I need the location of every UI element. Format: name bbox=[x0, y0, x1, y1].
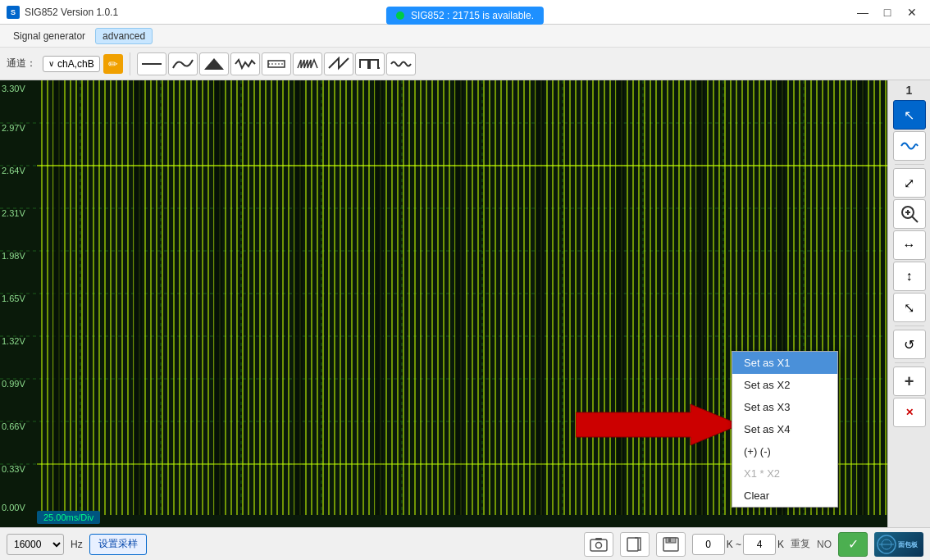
channel-value: chA,chB bbox=[57, 58, 94, 70]
svg-text:1.32V: 1.32V bbox=[2, 336, 25, 346]
waveform-square-dot[interactable] bbox=[262, 52, 291, 75]
status-message: SIG852 : 21715 is available. bbox=[411, 10, 534, 21]
no-label: NO bbox=[817, 539, 832, 550]
k-input-right[interactable] bbox=[743, 534, 776, 555]
confirm-button[interactable]: ✓ bbox=[838, 532, 868, 557]
k-input-left[interactable] bbox=[692, 534, 725, 555]
svg-point-47 bbox=[595, 542, 601, 548]
svg-rect-46 bbox=[590, 540, 607, 551]
page-number: 1 bbox=[906, 84, 913, 97]
svg-text:0.33V: 0.33V bbox=[2, 464, 25, 474]
k-label: K ~ bbox=[727, 539, 741, 550]
branding: 面包板 bbox=[874, 532, 923, 557]
title-bar: S SIG852 Version 1.0.1 SIG852 : 21715 is… bbox=[0, 0, 930, 25]
svg-text:3.30V: 3.30V bbox=[2, 84, 25, 93]
waveform-complex[interactable] bbox=[293, 52, 322, 75]
svg-line-43 bbox=[912, 216, 918, 222]
svg-marker-0 bbox=[204, 58, 224, 70]
rt-separator-2 bbox=[895, 326, 924, 326]
main-area: 3.30V 2.97V 2.64V 2.31V 1.98V 1.65V 1.32… bbox=[0, 80, 930, 527]
hz-label: Hz bbox=[71, 539, 83, 550]
status-dot bbox=[396, 11, 404, 20]
maximize-button[interactable]: □ bbox=[876, 4, 899, 20]
svg-text:2.31V: 2.31V bbox=[2, 208, 25, 218]
waveform-buttons bbox=[137, 52, 416, 75]
repeat-label: 重复 bbox=[791, 537, 810, 551]
sample-rate-select[interactable]: 16000 bbox=[7, 534, 64, 555]
red-arrow bbox=[576, 400, 740, 452]
ctx-set-x4[interactable]: Set as X4 bbox=[732, 418, 837, 440]
ctx-x1-x2: X1 * X2 bbox=[732, 462, 837, 485]
ctx-set-x3[interactable]: Set as X3 bbox=[732, 396, 837, 418]
diagonal-button[interactable]: ⤡ bbox=[893, 293, 926, 322]
channel-select[interactable]: ∨ chA,chB bbox=[43, 56, 100, 72]
close-button[interactable]: ✕ bbox=[900, 4, 923, 20]
waveform-square[interactable] bbox=[355, 52, 385, 75]
svg-text:0.99V: 0.99V bbox=[2, 379, 25, 389]
waveform-noise[interactable] bbox=[230, 52, 260, 75]
k-suffix: K bbox=[777, 539, 784, 550]
svg-rect-52 bbox=[668, 538, 671, 542]
ctx-set-x2[interactable]: Set as X2 bbox=[732, 374, 837, 396]
zoom-area-button[interactable]: ⤢ bbox=[893, 168, 926, 198]
menu-bar: Signal generator advanced bbox=[0, 25, 930, 48]
svg-text:1.98V: 1.98V bbox=[2, 251, 25, 261]
ctx-set-x1[interactable]: Set as X1 bbox=[732, 352, 837, 374]
title-text: SIG852 Version 1.0.1 bbox=[25, 7, 118, 18]
zoom-in-button[interactable] bbox=[893, 199, 926, 229]
svg-text:0.66V: 0.66V bbox=[2, 421, 25, 431]
expand-v-button[interactable]: ↕ bbox=[893, 262, 926, 291]
context-menu: Set as X1 Set as X2 Set as X3 Set as X4 … bbox=[732, 351, 838, 508]
undo-button[interactable]: ↺ bbox=[893, 330, 926, 359]
k-input-group: K ~ K bbox=[692, 534, 784, 555]
add-marker-button[interactable]: + bbox=[893, 367, 926, 396]
pencil-icon[interactable]: ✏ bbox=[103, 54, 123, 74]
cursor-tool-button[interactable]: ↖ bbox=[893, 100, 926, 130]
remove-button[interactable]: ✕ bbox=[893, 398, 926, 427]
menu-signal-generator[interactable]: Signal generator bbox=[7, 29, 92, 43]
ctx-clear[interactable]: Clear bbox=[732, 485, 837, 507]
channel-label: 通道： bbox=[7, 57, 36, 71]
waveform-triangle-filled[interactable] bbox=[199, 52, 229, 75]
export-button[interactable] bbox=[620, 532, 650, 557]
ctx-plus-minus[interactable]: (+) (-) bbox=[732, 440, 837, 462]
rt-separator-1 bbox=[895, 164, 924, 165]
svg-text:0.00V: 0.00V bbox=[2, 503, 25, 512]
minimize-button[interactable]: — bbox=[851, 4, 874, 20]
svg-marker-41 bbox=[576, 404, 740, 445]
svg-text:面包板: 面包板 bbox=[898, 541, 919, 549]
svg-text:2.97V: 2.97V bbox=[2, 123, 25, 133]
svg-text:1.65V: 1.65V bbox=[2, 294, 25, 303]
app-icon: S bbox=[7, 6, 20, 19]
waveform-ripple[interactable] bbox=[386, 52, 416, 75]
svg-rect-48 bbox=[595, 538, 602, 540]
expand-h-button[interactable]: ↔ bbox=[893, 230, 926, 260]
brand-logo: 面包板 bbox=[874, 532, 923, 557]
title-bar-left: S SIG852 Version 1.0.1 bbox=[7, 6, 118, 19]
channel-chevron: ∨ bbox=[48, 59, 54, 68]
scope-canvas[interactable]: 3.30V 2.97V 2.64V 2.31V 1.98V 1.65V 1.32… bbox=[0, 80, 887, 527]
time-label-overlay: 25.00ms/Div bbox=[37, 511, 100, 524]
waveform-sine[interactable] bbox=[168, 52, 198, 75]
waveform-line[interactable] bbox=[137, 52, 166, 75]
title-controls[interactable]: — □ ✕ bbox=[851, 4, 923, 20]
rt-separator-3 bbox=[895, 362, 924, 363]
set-sample-button[interactable]: 设置采样 bbox=[89, 534, 147, 555]
bottom-bar: 16000 Hz 设置采样 K ~ K 重复 NO ✓ 面包板 bbox=[0, 527, 930, 560]
menu-advanced[interactable]: advanced bbox=[95, 28, 153, 44]
toolbar-separator-1 bbox=[130, 52, 130, 75]
waveform-tool-button[interactable] bbox=[893, 131, 926, 161]
svg-rect-49 bbox=[627, 538, 638, 551]
right-toolbar: 1 ↖ ⤢ ↔ ↕ ⤡ ↺ + ✕ bbox=[887, 80, 930, 527]
waveform-sawtooth[interactable] bbox=[324, 52, 353, 75]
save-button[interactable] bbox=[656, 532, 686, 557]
toolbar: 通道： ∨ chA,chB ✏ bbox=[0, 48, 930, 80]
status-notification: SIG852 : 21715 is available. bbox=[386, 7, 544, 25]
svg-text:2.64V: 2.64V bbox=[2, 166, 25, 175]
camera-button[interactable] bbox=[584, 532, 613, 557]
